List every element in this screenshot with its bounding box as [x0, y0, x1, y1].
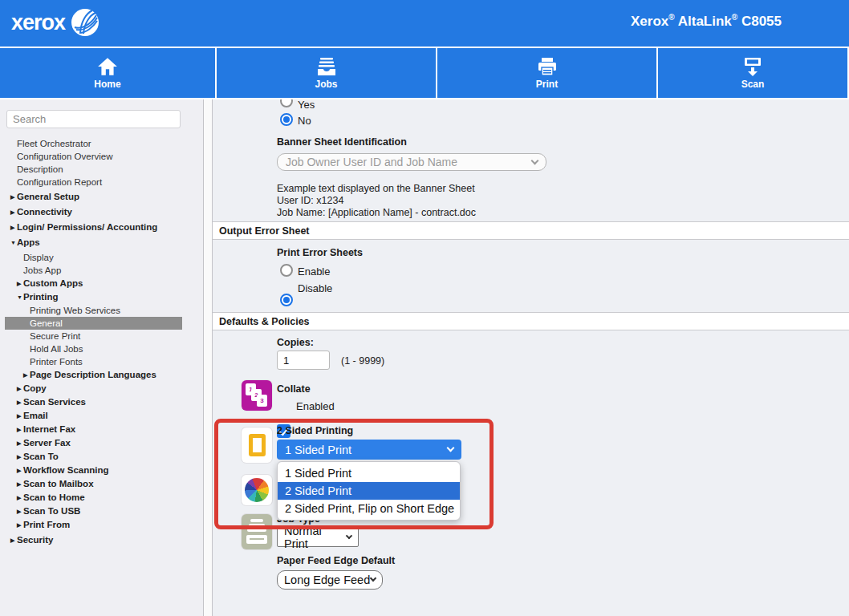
- sidebar-item-page-description-languages[interactable]: ▶Page Description Languages: [0, 368, 203, 382]
- sidebar-scrollbar-track[interactable]: [203, 99, 213, 616]
- tab-label: Home: [94, 79, 120, 90]
- copies-range-hint: (1 - 9999): [341, 355, 384, 367]
- xerox-logo: xerox: [11, 7, 100, 38]
- print-error-enable-radio[interactable]: [280, 264, 293, 277]
- sidebar-item-general-setup[interactable]: ▶General Setup: [0, 190, 203, 204]
- sidebar-item-security[interactable]: ▶Security: [0, 533, 203, 547]
- sidebar-item-scan-to[interactable]: ▶Scan To: [0, 450, 203, 464]
- collate-page-3: 3: [257, 395, 267, 407]
- sidebar-item-scan-to-home[interactable]: ▶Scan to Home: [0, 491, 203, 505]
- tree-collapsed-icon: ▶: [10, 206, 17, 219]
- job-type-select-value: Normal Print: [284, 525, 347, 550]
- tab-jobs[interactable]: Jobs: [217, 48, 436, 98]
- sidebar-item-label: General Setup: [17, 192, 79, 201]
- print-error-disable-radio[interactable]: [280, 294, 293, 306]
- sidebar-item-apps[interactable]: ▼Apps: [0, 236, 203, 249]
- copies-label: Copies:: [277, 337, 314, 348]
- sidebar-item-secure-print[interactable]: Secure Print: [0, 330, 203, 342]
- tree-collapsed-icon: ▶: [17, 424, 23, 436]
- sidebar-item-jobs-app[interactable]: Jobs App: [0, 264, 203, 277]
- tree-collapsed-icon: ▶: [10, 221, 17, 234]
- two-sided-printing-select[interactable]: 1 Sided Print: [277, 440, 461, 460]
- registered-mark: ®: [668, 13, 674, 22]
- dropdown-option-2-sided-print[interactable]: 2 Sided Print: [278, 482, 460, 500]
- tree-collapsed-icon: ▶: [17, 519, 23, 532]
- banner-select-value: Job Owner User ID and Job Name: [286, 156, 457, 168]
- sidebar-item-label: Scan Services: [23, 397, 86, 407]
- tree-collapsed-icon: ▶: [10, 191, 17, 204]
- tree-collapsed-icon: ▶: [17, 396, 23, 409]
- header-bar: xerox Xerox® AltaLink® C8055: [0, 0, 849, 47]
- sidebar-item-general[interactable]: General: [5, 317, 182, 330]
- tree-collapsed-icon: ▶: [17, 505, 23, 518]
- tab-label: Print: [536, 79, 558, 90]
- sidebar-item-custom-apps[interactable]: ▶Custom Apps: [0, 277, 203, 290]
- sidebar-item-configuration-overview[interactable]: Configuration Overview: [0, 150, 203, 163]
- general-settings-panel: Yes No Banner Sheet Identification Job O…: [213, 99, 849, 616]
- sidebar-item-printer-fonts[interactable]: Printer Fonts: [0, 355, 203, 368]
- sidebar-item-label: Printing Web Services: [30, 306, 120, 315]
- print-error-enable-label: Enable: [298, 265, 330, 278]
- sidebar-item-label: Print From: [23, 520, 70, 529]
- dropdown-option-1-sided-print[interactable]: 1 Sided Print: [278, 464, 460, 482]
- tab-label: Jobs: [315, 79, 337, 90]
- banner-example-line1: Example text displayed on the Banner She…: [277, 183, 476, 195]
- tab-print[interactable]: Print: [437, 48, 656, 98]
- sidebar-item-workflow-scanning[interactable]: ▶Workflow Scanning: [0, 464, 203, 477]
- sidebar-item-label: Custom Apps: [23, 278, 83, 288]
- tree-collapsed-icon: ▶: [10, 534, 17, 547]
- two-sided-options-dropdown: 1 Sided Print2 Sided Print2 Sided Print,…: [277, 461, 461, 521]
- job-type-select[interactable]: Normal Print: [277, 528, 359, 547]
- sidebar-item-print-from[interactable]: ▶Print From: [0, 518, 203, 532]
- banner-example-text: Example text displayed on the Banner She…: [277, 183, 476, 219]
- tree-expanded-icon: ▼: [17, 291, 23, 304]
- banner-yes-radio[interactable]: [280, 99, 293, 107]
- section-title: Defaults & Policies: [219, 316, 310, 327]
- sidebar-item-label: Configuration Report: [17, 177, 102, 187]
- sidebar-item-description[interactable]: Description: [0, 163, 203, 176]
- sidebar-item-copy[interactable]: ▶Copy: [0, 382, 203, 395]
- xerox-cwis-page: xerox Xerox® AltaLink® C8055 Home: [0, 0, 849, 616]
- tab-label: Scan: [741, 79, 765, 90]
- tree-collapsed-icon: ▶: [17, 410, 23, 423]
- tree-collapsed-icon: ▶: [17, 492, 23, 505]
- sidebar-item-server-fax[interactable]: ▶Server Fax: [0, 436, 203, 450]
- sidebar-item-printing[interactable]: ▼Printing: [0, 290, 203, 304]
- sidebar-item-login-permissions-accounting[interactable]: ▶Login/ Permissions/ Accounting: [0, 221, 203, 234]
- tree-expanded-icon: ▼: [10, 237, 17, 249]
- banner-example-line2: User ID: x1234: [277, 195, 476, 207]
- section-defaults-policies: Defaults & Policies: [213, 312, 849, 330]
- sidebar-item-display[interactable]: Display: [0, 251, 203, 264]
- copies-input[interactable]: [277, 351, 330, 370]
- sidebar-item-label: Scan to Home: [23, 492, 85, 502]
- sidebar-item-configuration-report[interactable]: Configuration Report: [0, 176, 203, 188]
- sidebar-item-internet-fax[interactable]: ▶Internet Fax: [0, 423, 203, 436]
- sidebar-item-label: Apps: [17, 237, 40, 247]
- sidebar-item-label: Fleet Orchestrator: [17, 139, 91, 148]
- tab-home[interactable]: Home: [0, 48, 215, 98]
- sidebar-item-label: Printing: [23, 292, 58, 302]
- two-sided-printing-label: 2 Sided Printing: [277, 425, 353, 436]
- sidebar-item-fleet-orchestrator[interactable]: Fleet Orchestrator: [0, 137, 203, 150]
- section-output-error-sheet: Output Error Sheet: [213, 221, 849, 240]
- sidebar-item-printing-web-services[interactable]: Printing Web Services: [0, 304, 203, 317]
- two-sided-select-value: 1 Sided Print: [285, 444, 351, 456]
- search-input[interactable]: [6, 110, 181, 128]
- banner-no-radio[interactable]: [280, 113, 293, 126]
- sidebar-item-label: Workflow Scanning: [23, 465, 109, 475]
- collate-label: Collate: [277, 383, 311, 395]
- sidebar-item-scan-to-mailbox[interactable]: ▶Scan to Mailbox: [0, 477, 203, 491]
- chevron-down-icon: [531, 157, 539, 165]
- paper-feed-edge-select[interactable]: Long Edge Feed: [277, 570, 383, 590]
- print-error-disable-label: Disable: [298, 282, 332, 294]
- sidebar-item-label: Printer Fonts: [30, 357, 83, 367]
- sidebar-item-email[interactable]: ▶Email: [0, 409, 203, 423]
- sidebar-item-scan-services[interactable]: ▶Scan Services: [0, 395, 203, 409]
- chevron-down-icon: [370, 575, 376, 582]
- tab-scan[interactable]: Scan: [658, 48, 847, 98]
- sidebar-item-hold-all-jobs[interactable]: Hold All Jobs: [0, 342, 203, 355]
- sidebar-item-connectivity[interactable]: ▶Connectivity: [0, 205, 203, 219]
- sidebar-item-scan-to-usb[interactable]: ▶Scan To USB: [0, 505, 203, 518]
- sidebar-item-label: Connectivity: [17, 207, 72, 217]
- dropdown-option-2-sided-print-flip-on-short-edge[interactable]: 2 Sided Print, Flip on Short Edge: [278, 500, 460, 517]
